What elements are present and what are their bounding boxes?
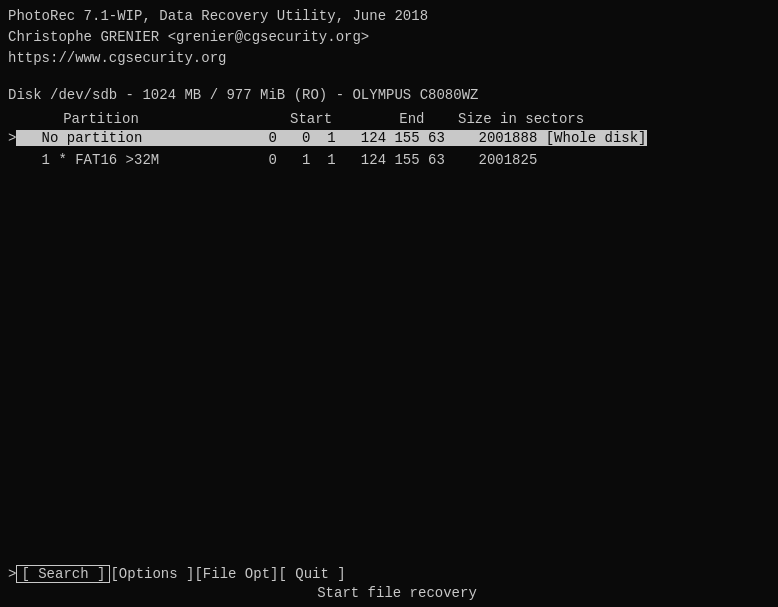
row-tag: [Whole disk] <box>546 130 647 146</box>
row-content-selected: No partition 0 0 1 124 155 63 2001888 <box>16 130 545 146</box>
row-content: 1 * FAT16 >32M 0 1 1 124 155 63 2001825 <box>16 152 537 168</box>
table-body: > No partition 0 0 1 124 155 63 2001888 … <box>8 127 770 172</box>
disk-info: Disk /dev/sdb - 1024 MB / 977 MiB (RO) -… <box>8 87 770 103</box>
header-line2: Christophe GRENIER <grenier@cgsecurity.o… <box>8 27 770 48</box>
options-button[interactable]: [Options ] <box>110 566 194 582</box>
fileopt-button[interactable]: [File Opt] <box>194 566 278 582</box>
table-row[interactable]: 1 * FAT16 >32M 0 1 1 124 155 63 2001825 <box>8 149 770 171</box>
bottom-bar: >[ Search ] [Options ] [File Opt] [ Quit… <box>0 565 778 583</box>
table-header: Partition Start End Size in sectors <box>8 111 770 127</box>
quit-button[interactable]: [ Quit ] <box>278 566 345 582</box>
search-button[interactable]: [ Search ] <box>16 565 110 583</box>
header-line1: PhotoRec 7.1-WIP, Data Recovery Utility,… <box>8 6 770 27</box>
search-prefix: > <box>8 566 16 582</box>
header-line3: https://www.cgsecurity.org <box>8 48 770 69</box>
terminal: PhotoRec 7.1-WIP, Data Recovery Utility,… <box>0 0 778 607</box>
table-row[interactable]: > No partition 0 0 1 124 155 63 2001888 … <box>8 127 770 149</box>
status-text: Start file recovery <box>8 585 778 601</box>
